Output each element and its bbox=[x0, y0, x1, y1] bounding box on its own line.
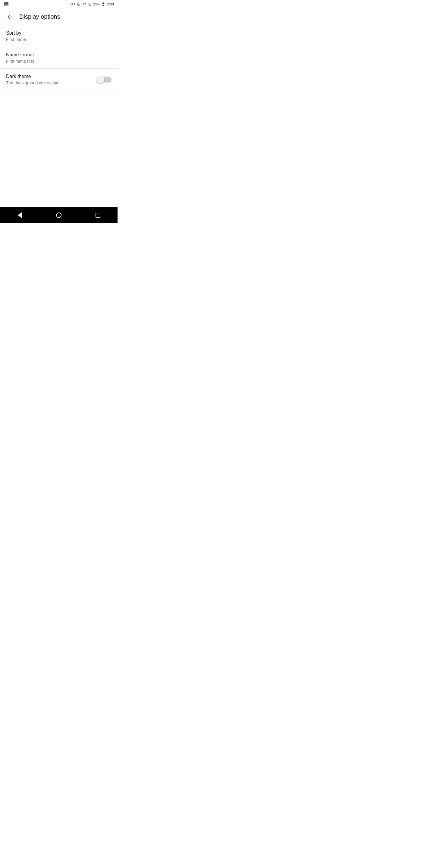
status-bar: 28% 2:09 bbox=[0, 0, 118, 8]
settings-list: Sort by First name Name format First nam… bbox=[0, 25, 118, 149]
name-format-title: Name format bbox=[6, 52, 34, 58]
dark-theme-subtitle: Turn background colors dark bbox=[6, 81, 60, 85]
nav-home-button[interactable] bbox=[52, 208, 66, 222]
content-spacer bbox=[0, 149, 118, 207]
nav-bar bbox=[0, 207, 118, 223]
sort-by-text: Sort by First name bbox=[6, 30, 26, 42]
alarm-icon bbox=[77, 2, 81, 7]
name-format-text: Name format First name first bbox=[6, 52, 34, 64]
dark-theme-text: Dark theme Turn background colors dark bbox=[6, 74, 60, 85]
battery-percent: 28% bbox=[93, 2, 100, 6]
nav-back-icon bbox=[18, 213, 22, 218]
nav-back-button[interactable] bbox=[12, 208, 27, 222]
status-bar-right: 28% 2:09 bbox=[71, 2, 114, 7]
gallery-icon bbox=[4, 1, 9, 7]
name-format-value: First name first bbox=[6, 59, 34, 64]
dark-theme-title: Dark theme bbox=[6, 74, 60, 79]
sort-by-value: First name bbox=[6, 37, 26, 42]
no-signal-icon bbox=[88, 2, 92, 7]
status-time: 2:09 bbox=[107, 2, 114, 6]
page-title: Display options bbox=[19, 13, 60, 20]
wifi-icon bbox=[82, 2, 86, 7]
app-bar: Display options bbox=[0, 8, 118, 25]
status-bar-left bbox=[4, 1, 9, 7]
sort-by-title: Sort by bbox=[6, 30, 26, 36]
back-button[interactable] bbox=[2, 10, 17, 24]
vibrate-icon bbox=[71, 2, 75, 7]
toggle-thumb bbox=[96, 76, 104, 84]
name-format-item[interactable]: Name format First name first bbox=[0, 47, 118, 69]
battery-icon bbox=[101, 2, 105, 7]
back-arrow-icon bbox=[6, 13, 13, 20]
nav-recents-button[interactable] bbox=[91, 208, 105, 222]
nav-home-icon bbox=[56, 213, 61, 218]
nav-recents-icon bbox=[96, 213, 100, 218]
dark-theme-item[interactable]: Dark theme Turn background colors dark bbox=[0, 69, 118, 90]
sort-by-item[interactable]: Sort by First name bbox=[0, 25, 118, 47]
dark-theme-toggle[interactable] bbox=[96, 76, 112, 84]
